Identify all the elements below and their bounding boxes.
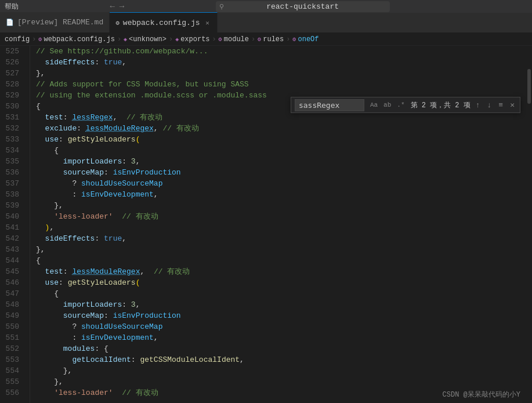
line-number: 549 [0,310,24,321]
line-number: 553 [0,354,24,365]
breadcrumb-rules[interactable]: ⚙rules [258,35,284,43]
tab-label: [Preview] README.md [17,18,103,27]
code-line: }, [36,365,526,376]
branding: CSDN @呆呆敲代码的小Y [443,390,520,400]
line-number: 529 [0,90,24,101]
line-number: 527 [0,68,24,79]
line-number: 547 [0,288,24,299]
breadcrumb-module[interactable]: ⚙module [219,35,249,43]
code-line: test: lessModuleRegex, // 有改动 [36,266,526,277]
code-line: : isEnvDevelopment, [36,189,526,200]
breadcrumb-config[interactable]: config [5,35,30,43]
line-number: 531 [0,112,24,123]
code-line: sourceMap: isEnvProduction [36,310,526,321]
line-number: 556 [0,387,24,398]
code-line: }, [36,200,526,211]
search-nav-up-button[interactable]: ↑ [474,101,482,110]
menu-help[interactable]: 帮助 [5,2,19,12]
code-line: exclude: lessModuleRegex, // 有改动 [36,123,526,134]
scrollbar-thumb [527,69,531,104]
code-line: }, [36,376,526,387]
search-overlay: Aa ab .* 第 2 项，共 2 项 ↑ ↓ ≡ ✕ [291,97,520,113]
code-line: use: getStyleLoaders( [36,134,526,145]
tab-file-icon: 📄 [6,19,14,26]
vertical-scrollbar[interactable] [526,46,532,403]
code-line: 'less-loader' // 有改动 [36,211,526,222]
tab-bar: 📄 [Preview] README.md ⚙ webpack.config.j… [0,13,532,33]
editor-area: Aa ab .* 第 2 项，共 2 项 ↑ ↓ ≡ ✕ 52552652752… [0,46,532,403]
tab-label: webpack.config.js [123,19,200,27]
line-numbers: 5255265275285295305315325335345355365375… [0,46,30,403]
tab-file-icon: ⚙ [115,19,120,27]
breadcrumb-webpack[interactable]: ⚙webpack.config.js [38,35,114,43]
line-number: 536 [0,167,24,178]
line-number: 538 [0,189,24,200]
line-number: 528 [0,79,24,90]
breadcrumb-oneof[interactable]: ⚙oneOf [292,35,319,43]
line-number: 554 [0,365,24,376]
code-line: modules: { [36,343,526,354]
nav-back-button[interactable]: ← [110,2,114,11]
code-line: ), [36,222,526,233]
line-number: 548 [0,299,24,310]
code-line: { [36,288,526,299]
line-number: 530 [0,101,24,112]
line-number: 545 [0,266,24,277]
search-list-all-button[interactable]: ≡ [497,101,505,110]
code-line: sourceMap: isEnvProduction [36,167,526,178]
line-number: 550 [0,321,24,332]
match-case-button[interactable]: Aa [368,101,380,109]
breadcrumb-exports[interactable]: ◈exports [175,35,209,43]
code-line: { [36,145,526,156]
breadcrumb-unknown[interactable]: ◈<unknown> [124,35,167,43]
code-line: sideEffects: true, [36,57,526,68]
line-number: 544 [0,255,24,266]
line-number: 535 [0,156,24,167]
code-line: getLocalIdent: getCSSModuleLocalIdent, [36,354,526,365]
tab-webpack-config[interactable]: ⚙ webpack.config.js ✕ [110,12,218,32]
line-number: 541 [0,222,24,233]
code-line: ? shouldUseSourceMap [36,321,526,332]
line-number: 555 [0,376,24,387]
use-regex-button[interactable]: .* [395,101,407,109]
code-line: sideEffects: true, [36,233,526,244]
nav-forward-button[interactable]: → [120,2,124,11]
line-number: 542 [0,233,24,244]
line-number: 534 [0,145,24,156]
breadcrumb: config › ⚙webpack.config.js › ◈<unknown>… [0,33,532,46]
line-number: 543 [0,244,24,255]
line-number: 525 [0,46,24,57]
title-bar: 帮助 ← → ⚲ react-quickstart [0,0,532,13]
code-line: importLoaders: 3, [36,156,526,167]
code-line: }, [36,68,526,79]
search-close-button[interactable]: ✕ [508,100,516,110]
line-number: 533 [0,134,24,145]
search-input[interactable] [295,99,364,111]
code-line: // Adds support for CSS Modules, but usi… [36,79,526,90]
search-result-count: 第 2 项，共 2 项 [411,100,471,110]
line-number: 539 [0,200,24,211]
code-line: test: lessRegex, // 有改动 [36,112,526,123]
line-number: 540 [0,211,24,222]
line-number: 526 [0,57,24,68]
code-line: use: getStyleLoaders( [36,277,526,288]
line-number: 532 [0,123,24,134]
code-line: importLoaders: 3, [36,299,526,310]
code-line: }, [36,244,526,255]
title-bar-nav: ← → [110,2,124,11]
code-line: // See https://github.com/webpack/w... [36,46,526,57]
line-number: 537 [0,178,24,189]
line-number: 552 [0,343,24,354]
search-icon: ⚲ [219,3,224,10]
tab-preview-readme[interactable]: 📄 [Preview] README.md [0,12,110,32]
search-options: Aa ab .* [368,101,407,109]
match-word-button[interactable]: ab [381,101,393,109]
tab-close-button[interactable]: ✕ [203,19,211,27]
search-nav-down-button[interactable]: ↓ [486,101,494,110]
title-search-bar[interactable]: ⚲ react-quickstart [216,1,390,12]
title-search-text: react-quickstart [266,2,339,11]
code-line: { [36,255,526,266]
code-line: ? shouldUseSourceMap [36,178,526,189]
line-number: 551 [0,332,24,343]
code-line: : isEnvDevelopment, [36,332,526,343]
